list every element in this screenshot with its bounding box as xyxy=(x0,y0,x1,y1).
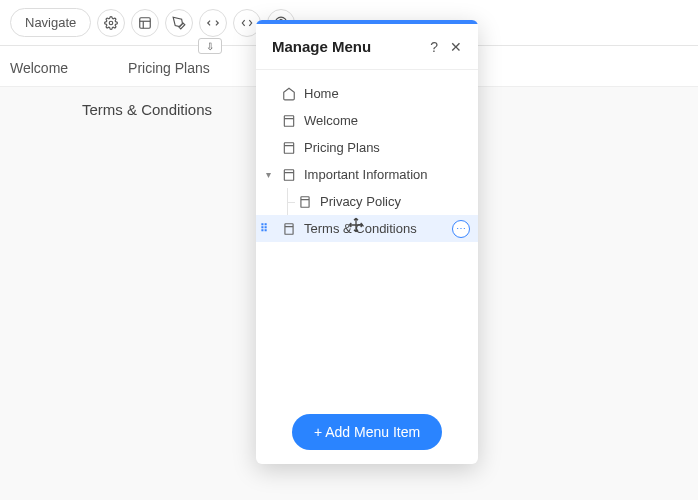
panel-header: Manage Menu ? ✕ xyxy=(256,24,478,69)
menu-item-label: Privacy Policy xyxy=(320,194,401,209)
tab-pricing-plans[interactable]: Pricing Plans xyxy=(128,60,210,76)
page-icon xyxy=(282,222,296,236)
layout-icon[interactable] xyxy=(131,9,159,37)
page-icon xyxy=(282,141,296,155)
svg-rect-14 xyxy=(285,223,293,234)
tab-welcome[interactable]: Welcome xyxy=(10,60,68,76)
menu-list: Home Welcome Pricing Plans ▾ Important I… xyxy=(256,76,478,400)
menu-item-label: Pricing Plans xyxy=(304,140,380,155)
svg-rect-1 xyxy=(140,17,151,28)
page-icon xyxy=(282,114,296,128)
menu-item-privacy-policy[interactable]: Privacy Policy xyxy=(256,188,478,215)
download-icon[interactable]: ⇩ xyxy=(198,38,222,54)
svg-rect-10 xyxy=(284,169,293,180)
panel-help-icon[interactable]: ? xyxy=(430,39,438,55)
animation-icon[interactable] xyxy=(199,9,227,37)
add-menu-item-button[interactable]: + Add Menu Item xyxy=(292,414,442,450)
settings-gear-icon[interactable] xyxy=(97,9,125,37)
menu-item-label: Important Information xyxy=(304,167,428,182)
page-icon xyxy=(298,195,312,209)
svg-rect-12 xyxy=(301,196,309,207)
drag-indicator-icon: ⠿ xyxy=(260,222,268,235)
menu-item-home[interactable]: Home xyxy=(256,80,478,107)
menu-item-important-information[interactable]: ▾ Important Information xyxy=(256,161,478,188)
brush-icon[interactable] xyxy=(165,9,193,37)
divider xyxy=(256,69,478,70)
menu-item-label: Home xyxy=(304,86,339,101)
page-icon xyxy=(282,168,296,182)
svg-rect-6 xyxy=(284,115,293,126)
menu-item-label: Welcome xyxy=(304,113,358,128)
manage-menu-panel: Manage Menu ? ✕ Home Welcome Pricing Pla… xyxy=(256,20,478,464)
panel-title: Manage Menu xyxy=(272,38,371,55)
panel-footer: + Add Menu Item xyxy=(256,400,478,464)
menu-item-terms-conditions[interactable]: ⠿ Terms & Conditions ⋯ xyxy=(256,215,478,242)
menu-item-welcome[interactable]: Welcome xyxy=(256,107,478,134)
home-icon xyxy=(282,87,296,101)
svg-point-0 xyxy=(110,21,114,25)
navigate-button[interactable]: Navigate xyxy=(10,8,91,37)
move-cursor-icon xyxy=(348,217,364,236)
panel-close-icon[interactable]: ✕ xyxy=(450,39,462,55)
chevron-down-icon[interactable]: ▾ xyxy=(266,169,271,180)
item-actions-button[interactable]: ⋯ xyxy=(452,220,470,238)
svg-rect-8 xyxy=(284,142,293,153)
menu-item-pricing-plans[interactable]: Pricing Plans xyxy=(256,134,478,161)
